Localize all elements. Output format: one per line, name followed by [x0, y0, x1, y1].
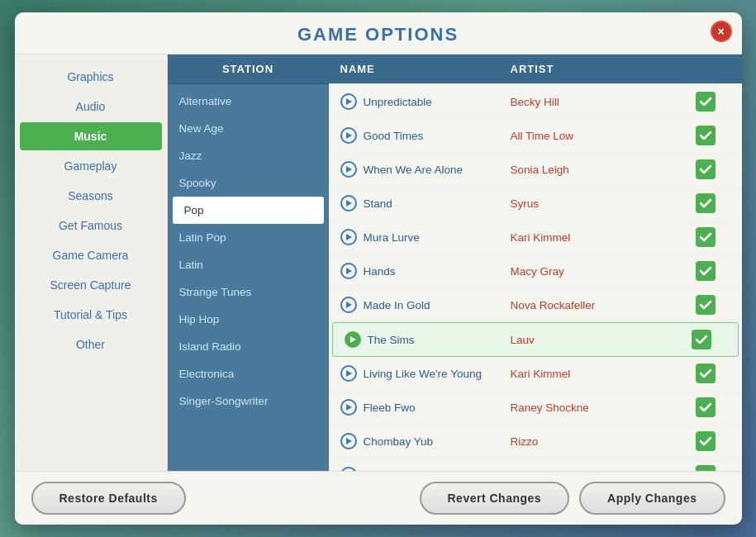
track-checkbox[interactable]	[692, 330, 711, 349]
track-name-cell: Living Like We're Young	[340, 365, 511, 382]
svg-marker-3	[346, 200, 352, 207]
station-item-spooky[interactable]: Spooky	[168, 169, 329, 197]
station-item-electronica[interactable]: Electronica	[168, 360, 329, 387]
track-name-cell: Hands	[340, 263, 511, 279]
play-icon[interactable]	[340, 365, 357, 382]
track-row: HandsMacy Gray	[329, 254, 742, 288]
track-row: Mura LurveKari Kimmel	[329, 221, 742, 254]
dialog-title: Game Options	[297, 24, 459, 45]
svg-marker-1	[346, 132, 352, 139]
track-checkbox[interactable]	[696, 261, 716, 281]
track-checkbox[interactable]	[696, 295, 716, 315]
play-icon[interactable]	[340, 297, 357, 313]
track-checkbox[interactable]	[696, 465, 716, 471]
play-icon[interactable]	[345, 331, 361, 348]
track-name-cell: Mura Lurve	[340, 229, 511, 245]
track-artist: All Time Low	[511, 130, 681, 142]
track-header-artist: Artist	[511, 63, 681, 75]
track-checkbox[interactable]	[696, 126, 716, 145]
dialog-header: Game Options ×	[15, 12, 742, 55]
svg-marker-0	[346, 98, 352, 105]
station-item-singer-songwriter[interactable]: Singer-Songwriter	[168, 387, 329, 415]
station-item-strange-tunes[interactable]: Strange Tunes	[168, 278, 329, 306]
track-name-cell: Made In Gold	[340, 297, 511, 313]
track-check-cell	[681, 193, 730, 213]
dialog-body: GraphicsAudioMusicGameplaySeasonsGet Fam…	[15, 55, 742, 471]
track-name-cell: Stand	[340, 195, 511, 211]
nav-item-screen-capture[interactable]: Screen Capture	[20, 271, 162, 299]
track-name-cell: When We Are Alone	[340, 161, 511, 178]
track-name-cell: Good Times	[340, 127, 511, 144]
apply-changes-button[interactable]: Apply Changes	[579, 482, 725, 515]
station-item-alternative[interactable]: Alternative	[168, 88, 329, 115]
track-checkbox[interactable]	[696, 397, 716, 417]
track-name: Living Like We're Young	[364, 368, 482, 380]
nav-item-audio[interactable]: Audio	[20, 93, 162, 121]
station-item-new-age[interactable]: New Age	[168, 115, 329, 142]
svg-marker-9	[346, 404, 352, 411]
track-artist: Lauv	[511, 334, 677, 346]
track-name: Stand	[364, 197, 392, 210]
track-checkbox[interactable]	[696, 159, 716, 179]
track-name-cell: Chombay Yub	[340, 433, 511, 449]
station-item-pop[interactable]: Pop	[173, 197, 324, 224]
track-name-cell: Fleeb Fwo	[340, 399, 511, 416]
nav-item-game-camera[interactable]: Game Camera	[20, 241, 162, 269]
left-nav: GraphicsAudioMusicGameplaySeasonsGet Fam…	[15, 55, 168, 471]
track-checkbox[interactable]	[696, 364, 716, 383]
track-panel: Name Artist UnpredictableBecky HillGood …	[329, 55, 742, 471]
track-row: UnpredictableBecky Hill	[329, 85, 742, 119]
track-check-cell	[681, 295, 730, 315]
nav-item-graphics[interactable]: Graphics	[20, 63, 162, 91]
station-item-hip-hop[interactable]: Hip Hop	[168, 306, 329, 333]
play-icon[interactable]	[340, 127, 357, 144]
track-row: Fleeb FwoRaney Shockne	[329, 391, 742, 425]
track-artist: Sonia Leigh	[511, 164, 681, 176]
track-artist: Becky Hill	[511, 96, 681, 108]
play-icon[interactable]	[340, 93, 357, 110]
track-checkbox[interactable]	[696, 92, 716, 112]
track-header-check	[681, 63, 730, 75]
play-icon[interactable]	[340, 161, 357, 178]
track-name: Mura Lurve	[364, 231, 420, 244]
close-button[interactable]: ×	[711, 21, 732, 42]
track-name: When We Are Alone	[364, 164, 464, 176]
restore-defaults-button[interactable]: Restore Defaults	[31, 482, 186, 515]
track-artist: Nova Rockafeller	[511, 299, 681, 311]
station-item-latin-pop[interactable]: Latin Pop	[168, 224, 329, 251]
track-name: The Sims	[368, 334, 415, 346]
play-icon[interactable]	[340, 263, 357, 279]
track-checkbox[interactable]	[696, 227, 716, 247]
revert-changes-button[interactable]: Revert Changes	[420, 482, 570, 515]
track-row: Chombay YubRizzo	[329, 425, 742, 459]
nav-item-other[interactable]: Other	[20, 330, 162, 359]
track-checkbox[interactable]	[696, 431, 716, 451]
track-check-cell	[681, 126, 730, 145]
track-row: Made In GoldNova Rockafeller	[329, 288, 742, 322]
play-icon[interactable]	[340, 399, 357, 416]
svg-marker-2	[346, 166, 352, 173]
nav-item-gameplay[interactable]: Gameplay	[20, 152, 162, 180]
nav-item-seasons[interactable]: Seasons	[20, 182, 162, 210]
station-item-island-radio[interactable]: Island Radio	[168, 333, 329, 360]
track-artist: Kari Kimmel	[511, 231, 681, 244]
track-name: Fleeb Fwo	[364, 402, 416, 414]
track-row: The SimsLauv	[332, 322, 739, 357]
station-list: AlternativeNew AgeJazzSpookyPopLatin Pop…	[168, 84, 329, 471]
track-artist: Macy Gray	[511, 265, 681, 278]
nav-item-music[interactable]: Music	[20, 122, 162, 150]
play-icon[interactable]	[340, 195, 357, 211]
track-row: Living Like We're YoungKari Kimmel	[329, 357, 742, 391]
track-check-cell	[681, 92, 730, 112]
svg-marker-4	[346, 234, 352, 240]
station-item-jazz[interactable]: Jazz	[168, 142, 329, 169]
nav-item-tutorial-&-tips[interactable]: Tutorial & Tips	[20, 301, 162, 329]
play-icon[interactable]	[340, 229, 357, 245]
station-item-latin[interactable]: Latin	[168, 251, 329, 278]
track-name: Chombay Yub	[364, 435, 434, 448]
track-list: UnpredictableBecky HillGood TimesAll Tim…	[329, 83, 742, 471]
game-options-dialog: Game Options × GraphicsAudioMusicGamepla…	[15, 12, 742, 525]
nav-item-get-famous[interactable]: Get Famous	[20, 211, 162, 240]
track-checkbox[interactable]	[696, 193, 716, 213]
play-icon[interactable]	[340, 433, 357, 449]
